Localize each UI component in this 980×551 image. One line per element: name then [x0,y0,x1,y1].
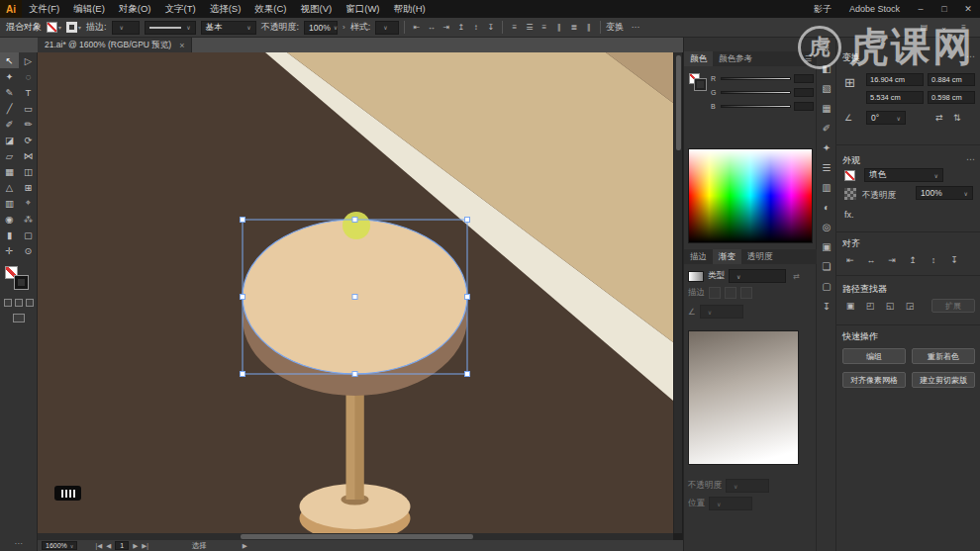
symbols-panel-icon[interactable]: ✦ [817,138,836,156]
symbol-sprayer-tool[interactable]: ⁂ [19,211,38,227]
channel-value-R[interactable] [794,74,814,83]
menu-window[interactable]: 窗口(W) [339,0,386,18]
transform-panel-link[interactable]: 变换 [606,21,624,34]
status-expand-icon[interactable]: ▶ [243,542,247,550]
horizontal-scroll-thumb[interactable] [241,534,473,539]
selection-handle[interactable] [352,218,357,223]
prop-align-left-icon[interactable]: ⇤ [842,253,858,267]
cb-menu-icon[interactable]: ≡ [957,21,970,34]
artboard-number-field[interactable]: 1 [115,541,129,550]
zoom-level-dropdown[interactable]: 1600% [42,541,77,550]
menu-help[interactable]: 帮助(H) [387,0,433,18]
style-dropdown[interactable] [375,21,399,35]
stroke-panel-icon[interactable]: ☰ [817,158,836,176]
tab-描边[interactable]: 描边 [684,249,713,264]
appearance-panel-icon[interactable]: ◎ [817,218,836,235]
last-artboard-button[interactable]: ▶| [142,542,148,550]
line-segment-tool[interactable]: ╱ [0,100,19,116]
gradient-opacity-dropdown[interactable] [726,479,769,493]
gradient-swatch[interactable] [688,271,704,282]
width-field[interactable]: 0.884 cm [928,73,975,86]
cb-align-center-v-icon[interactable]: ↕ [469,21,482,34]
close-tab-icon[interactable]: × [179,41,184,50]
y-position-field[interactable]: 5.534 cm [866,91,924,104]
group-button[interactable]: 编组 [842,348,906,364]
scale-tool[interactable]: ▱ [0,147,19,163]
recolor-button[interactable]: 重新着色 [912,348,975,364]
gradient-location-dropdown[interactable] [709,497,752,510]
cb-distribute-center-h-icon[interactable]: ☰ [523,21,536,34]
tab-透明度[interactable]: 透明度 [741,249,779,264]
layers-panel-icon[interactable]: ❏ [817,257,836,275]
vertical-scroll-thumb[interactable] [676,55,681,150]
channel-slider-R[interactable] [721,77,791,80]
rectangle-tool[interactable]: ▭ [19,100,38,116]
gradient-panel-icon[interactable]: ▥ [817,178,836,196]
draw-inside-icon[interactable] [26,299,34,307]
cb-distribute-left-icon[interactable]: ≡ [508,21,521,34]
graphic-styles-panel-icon[interactable]: ▣ [817,237,836,255]
menu-file[interactable]: 文件(F) [22,0,66,18]
workspace-switcher[interactable]: 影子 [805,3,840,16]
minimize-button[interactable]: – [909,0,932,18]
prop-align-bottom-icon[interactable]: ↧ [946,253,962,267]
transform-more-icon[interactable]: ⋯ [966,51,975,61]
pencil-tool[interactable]: ✏ [19,116,38,132]
appearance-fill-swatch[interactable] [844,170,855,181]
menu-effect[interactable]: 效果(C) [247,0,293,18]
fill-color-control[interactable] [47,22,61,33]
tab-颜色[interactable]: 颜色 [684,51,713,66]
eraser-tool[interactable]: ◪ [0,132,19,147]
selection-handle[interactable] [241,295,245,300]
rotate-tool[interactable]: ⟳ [19,132,38,147]
prop-exclude-icon[interactable]: ◲ [902,299,918,313]
prop-intersect-icon[interactable]: ◱ [882,299,898,313]
x-position-field[interactable]: 16.904 cm [866,73,924,86]
artboard-tool[interactable]: ▢ [19,227,38,242]
height-field[interactable]: 0.598 cm [928,91,975,104]
color-guide-panel-icon[interactable]: ▧ [817,79,836,97]
panel-menu-icon[interactable]: ☰ [805,51,812,66]
color-spectrum[interactable] [688,148,813,243]
more-options-icon[interactable]: ⋯ [629,21,641,34]
channel-value-G[interactable] [794,88,814,97]
tab-颜色参考[interactable]: 颜色参考 [713,51,758,66]
prop-minus-front-icon[interactable]: ◰ [862,299,878,313]
app-logo[interactable]: Ai [0,0,22,18]
prop-align-center-v-icon[interactable]: ↕ [926,253,941,267]
fill-stroke-control[interactable] [5,266,33,292]
eyedropper-tool[interactable]: ⌖ [19,195,38,211]
prop-align-center-h-icon[interactable]: ↔ [863,253,879,267]
pen-tool[interactable]: ✎ [0,84,19,100]
channel-value-B[interactable] [794,102,814,111]
align-pixel-grid-button[interactable]: 对齐像素网格 [842,372,906,388]
expand-button[interactable]: 扩展 [931,299,975,313]
cb-distribute-bottom-icon[interactable]: ∥ [582,21,595,34]
asset-export-panel-icon[interactable]: ↧ [817,297,836,315]
stroke-gradient-along-icon[interactable] [725,287,736,299]
cb-align-right-icon[interactable]: ⇥ [440,21,452,34]
cb-align-left-icon[interactable]: ⇤ [410,21,423,34]
cb-distribute-center-v-icon[interactable]: ≣ [567,21,580,34]
appearance-opacity-dropdown[interactable]: 100% [916,186,973,200]
swatches-panel-icon[interactable]: ▦ [817,99,836,117]
appearance-fill-dropdown[interactable]: 填色 [864,168,943,182]
gradient-angle-dropdown[interactable] [700,305,743,319]
cb-align-bottom-icon[interactable]: ↧ [484,21,497,34]
selection-handle[interactable] [352,372,357,377]
horizontal-scrollbar[interactable] [38,533,673,540]
maximize-button[interactable]: □ [932,0,956,18]
color-panel-icon[interactable]: ◧ [817,59,836,77]
channel-slider-G[interactable] [721,91,791,94]
gradient-type-dropdown[interactable] [729,269,786,283]
next-artboard-button[interactable]: ▶ [133,542,138,550]
prop-align-top-icon[interactable]: ↥ [905,253,921,267]
appearance-more-icon[interactable]: ⋯ [966,154,975,164]
collapse-panels-icon[interactable]: « [817,40,836,57]
channel-slider-B[interactable] [721,105,791,108]
selection-handle[interactable] [465,218,470,223]
cb-align-center-h-icon[interactable]: ↔ [425,21,438,34]
column-graph-tool[interactable]: ▮ [0,227,19,242]
stroke-weight-dropdown[interactable] [112,21,140,35]
mesh-tool[interactable]: ⊞ [19,179,38,195]
